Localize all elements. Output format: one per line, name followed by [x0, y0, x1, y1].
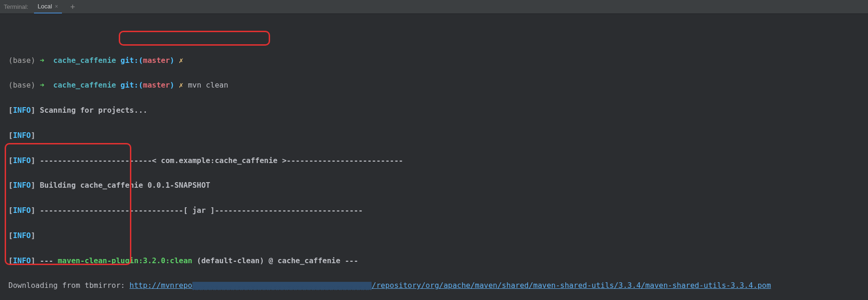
log-line: [INFO] --------------------------------[… — [8, 205, 864, 217]
terminal-label: Terminal: — [4, 3, 28, 10]
tab-label: Local — [38, 3, 52, 10]
download-line: Downloading from tbmirror: http://mvnrep… — [8, 280, 864, 292]
prompt-line-cmd: (base) ➜ cache_caffenie git:(master) ✗ m… — [8, 79, 864, 92]
close-icon[interactable]: × — [55, 3, 58, 10]
terminal-toolbar: Terminal: Local × + — [0, 0, 868, 14]
log-line: [INFO] -------------------------< com.ex… — [8, 155, 864, 167]
highlight-command — [119, 31, 270, 46]
prompt-line: (base) ➜ cache_caffenie git:(master) ✗ — [8, 55, 864, 67]
log-line: [INFO] Scanning for projects... — [8, 104, 864, 117]
log-line: [INFO] — [8, 230, 864, 242]
log-line: [INFO] — [8, 130, 864, 142]
log-line: [INFO] --- maven-clean-plugin:3.2.0:clea… — [8, 255, 864, 267]
log-line: [INFO] Building cache_caffenie 0.0.1-SNA… — [8, 179, 864, 192]
add-tab-button[interactable]: + — [68, 3, 78, 11]
terminal-tab-local[interactable]: Local × — [34, 0, 62, 14]
terminal-output[interactable]: (base) ➜ cache_caffenie git:(master) ✗ (… — [0, 14, 868, 300]
